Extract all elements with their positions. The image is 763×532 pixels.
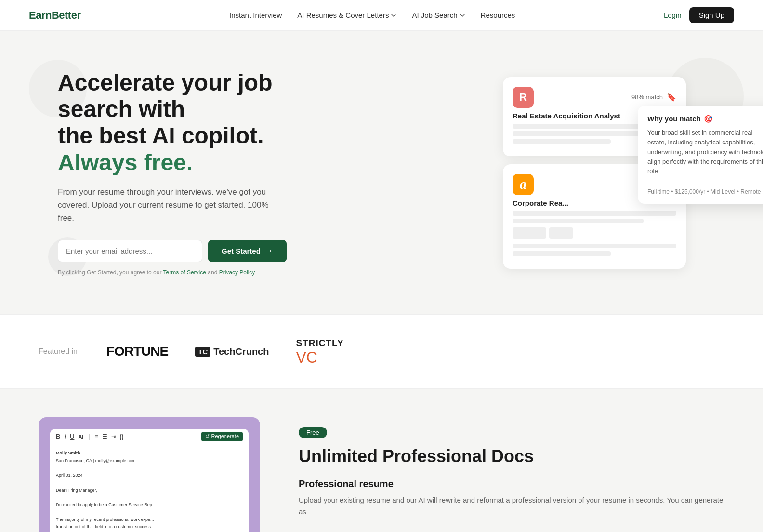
featured-section: Featured in FORTUNE TC TechCrunch STRICT… xyxy=(0,314,763,389)
nav-links: Instant Interview AI Resumes & Cover Let… xyxy=(229,11,515,19)
bold-icon[interactable]: B xyxy=(56,433,60,440)
free-badge: Free xyxy=(299,427,327,438)
cover-letter-content: Molly Smith San Francisco, CA | molly@ex… xyxy=(50,444,249,532)
brand-logo[interactable]: EarnBetter xyxy=(29,9,80,22)
job-details-tags: Full-time • $125,000/yr • Mid Level • Re… xyxy=(647,183,763,195)
match-percentage: 98% match xyxy=(631,93,663,101)
code-icon[interactable]: {} xyxy=(120,433,124,440)
bottom-section: B I U AI | ≡ ☰ ⇥ {} ↺ Regenerate Molly S… xyxy=(0,389,763,532)
tc-badge: TC xyxy=(195,347,210,357)
docs-preview: B I U AI | ≡ ☰ ⇥ {} ↺ Regenerate Molly S… xyxy=(39,417,260,532)
nav-instant-interview[interactable]: Instant Interview xyxy=(229,11,282,19)
skeleton-tag xyxy=(513,227,546,239)
why-match-popup: Why you match 🎯 Your broad skill set in … xyxy=(638,106,763,204)
docs-section-title: Unlimited Professional Docs xyxy=(299,446,724,467)
skeleton-line xyxy=(513,219,644,223)
privacy-policy-link[interactable]: Privacy Policy xyxy=(219,269,255,276)
nav-ai-job-search[interactable]: AI Job Search xyxy=(412,11,465,19)
job-cards-wrapper: R 98% match 🔖 Real Estate Acquisition An… xyxy=(503,77,724,269)
skeleton-line xyxy=(513,244,676,248)
get-started-button[interactable]: Get Started → xyxy=(208,240,287,262)
chevron-down-icon xyxy=(460,13,465,18)
separator: | xyxy=(88,433,90,440)
email-input[interactable] xyxy=(58,240,202,262)
hero-content-left: Accelerate your job search with the best… xyxy=(58,69,308,276)
nav-resources[interactable]: Resources xyxy=(481,11,515,19)
why-match-body: Your broad skill set in commercial real … xyxy=(647,128,763,177)
arrow-icon: → xyxy=(264,246,273,256)
docs-right-content: Free Unlimited Professional Docs Profess… xyxy=(299,417,724,517)
fortune-logo: FORTUNE xyxy=(106,344,168,359)
italic-icon[interactable]: I xyxy=(64,433,66,440)
login-button[interactable]: Login xyxy=(664,11,682,19)
hero-title: Accelerate your job search with the best… xyxy=(58,69,308,176)
company-logo-r: R xyxy=(513,87,534,108)
format-icon[interactable]: ≡ xyxy=(95,433,98,440)
list-icon[interactable]: ☰ xyxy=(102,433,107,440)
cover-letter-editor: B I U AI | ≡ ☰ ⇥ {} ↺ Regenerate Molly S… xyxy=(50,429,249,532)
terms-of-service-link[interactable]: Terms of Service xyxy=(163,269,206,276)
terms-text: By clicking Get Started, you agree to ou… xyxy=(58,269,308,276)
email-form: Get Started → xyxy=(58,240,308,262)
nav-ai-resumes[interactable]: AI Resumes & Cover Letters xyxy=(297,11,396,19)
featured-logos: FORTUNE TC TechCrunch STRICTLY VC xyxy=(106,338,344,365)
nav-actions: Login Sign Up xyxy=(664,7,734,23)
hero-visual-right: R 98% match 🔖 Real Estate Acquisition An… xyxy=(503,77,724,269)
ai-icon[interactable]: AI xyxy=(78,434,83,440)
job-card-header: R 98% match 🔖 xyxy=(513,87,676,108)
chevron-down-icon xyxy=(391,13,396,18)
strictlyvc-logo: STRICTLY VC xyxy=(296,338,343,365)
hero-subtitle: From your resume through your interviews… xyxy=(58,185,270,225)
skeleton-tag xyxy=(549,227,573,239)
featured-label: Featured in xyxy=(39,347,78,356)
vc-text: VC xyxy=(296,350,317,365)
resume-description: Upload your existing resume and our AI w… xyxy=(299,494,724,518)
indent-icon[interactable]: ⇥ xyxy=(111,433,116,440)
underline-icon[interactable]: U xyxy=(70,433,74,440)
target-icon: 🎯 xyxy=(704,115,713,123)
why-match-title: Why you match 🎯 xyxy=(647,115,763,123)
skeleton-line xyxy=(513,211,676,216)
signup-button[interactable]: Sign Up xyxy=(689,7,734,23)
hero-section: Accelerate your job search with the best… xyxy=(0,31,763,314)
navbar: EarnBetter Instant Interview AI Resumes … xyxy=(0,0,763,31)
match-row: 98% match 🔖 xyxy=(631,92,676,102)
company-logo-amazon: a xyxy=(513,174,534,195)
skeleton-line xyxy=(513,251,611,256)
editor-toolbar: B I U AI | ≡ ☰ ⇥ {} ↺ Regenerate xyxy=(50,429,249,444)
techcrunch-logo: TC TechCrunch xyxy=(195,346,269,357)
skeleton-line xyxy=(513,139,611,144)
resume-subheading: Professional resume xyxy=(299,479,724,490)
skeleton-line xyxy=(513,131,644,136)
regenerate-button[interactable]: ↺ Regenerate xyxy=(201,432,243,441)
bookmark-icon[interactable]: 🔖 xyxy=(667,92,676,102)
